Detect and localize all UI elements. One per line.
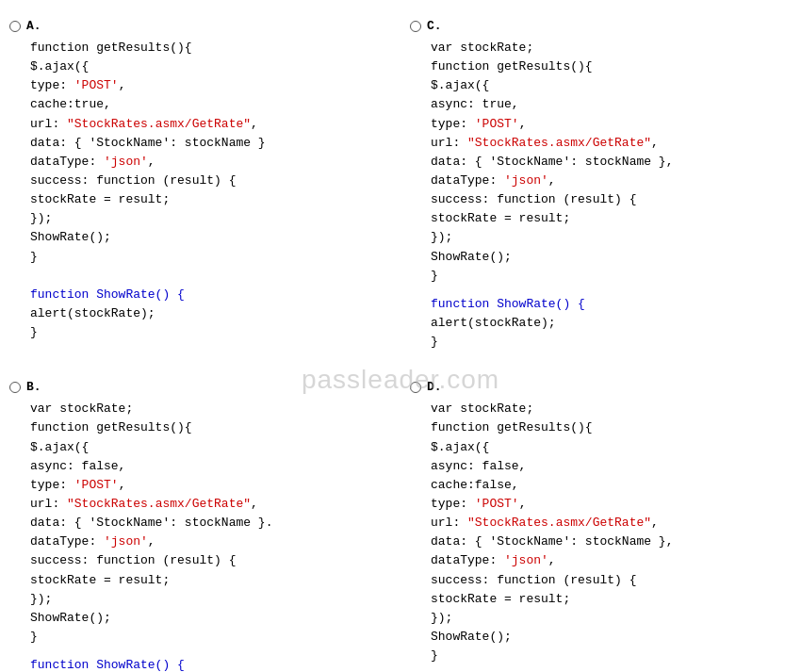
code-line: dataType: 'json', xyxy=(431,551,787,570)
code-line: var stockRate; xyxy=(431,400,787,418)
code-line: type: 'POST', xyxy=(431,495,787,514)
code-line: success: function (result) { xyxy=(431,190,787,209)
code-line: $.ajax({ xyxy=(30,57,386,76)
code-line: stockRate = result; xyxy=(431,209,787,228)
code-line: url: "StockRates.asmx/GetRate", xyxy=(30,495,386,514)
radio-a[interactable] xyxy=(9,21,21,32)
code-line: type: 'POST', xyxy=(30,476,386,495)
code-line: } xyxy=(30,628,386,647)
code-block-b: var stockRate;function getResults(){ $.a… xyxy=(30,400,386,672)
code-line: ShowRate(); xyxy=(431,248,787,267)
code-line: $.ajax({ xyxy=(30,438,386,457)
code-line: dataType: 'json', xyxy=(30,153,386,172)
code-line: function getResults(){ xyxy=(431,57,787,76)
code-line: cache:false, xyxy=(431,476,787,495)
code-line: stockRate = result; xyxy=(30,190,386,209)
code-line: var stockRate; xyxy=(431,39,787,57)
code-line: alert(stockRate); xyxy=(431,314,787,333)
code-line: dataType: 'json', xyxy=(30,533,386,551)
code-line: cache:true, xyxy=(30,95,386,114)
code-block-a: function getResults(){ $.ajax({ type: 'P… xyxy=(30,39,386,342)
code-line: function getResults(){ xyxy=(30,39,386,57)
code-line: ShowRate(); xyxy=(30,228,386,247)
code-line: ShowRate(); xyxy=(30,609,386,628)
code-line: type: 'POST', xyxy=(30,76,386,95)
code-line: stockRate = result; xyxy=(431,590,787,609)
code-block-d: var stockRate;function getResults(){ $.a… xyxy=(431,400,787,672)
code-line: success: function (result) { xyxy=(431,571,787,590)
code-line: alert(stockRate); xyxy=(30,304,386,323)
label-d: D. xyxy=(427,380,442,394)
code-line: async: false, xyxy=(431,457,787,476)
code-line: }); xyxy=(30,209,386,228)
code-line: url: "StockRates.asmx/GetRate", xyxy=(431,514,787,533)
radio-d[interactable] xyxy=(410,382,421,393)
code-line: url: "StockRates.asmx/GetRate", xyxy=(30,115,386,134)
label-a: A. xyxy=(26,19,41,33)
code-line: function getResults(){ xyxy=(431,418,787,437)
code-line: function ShowRate() { xyxy=(30,656,386,672)
code-line: data: { 'StockName': stockName } xyxy=(30,134,386,153)
code-line: async: false, xyxy=(30,457,386,476)
code-line: data: { 'StockName': stockName }, xyxy=(431,153,787,172)
code-line: $.ajax({ xyxy=(431,76,787,95)
code-block-c: var stockRate;function getResults(){ $.a… xyxy=(431,39,787,352)
code-line: } xyxy=(30,323,386,342)
code-line: data: { 'StockName': stockName }. xyxy=(30,514,386,533)
code-line: }); xyxy=(431,609,787,628)
code-line: data: { 'StockName': stockName }, xyxy=(431,533,787,551)
main-container: A. function getResults(){ $.ajax({ type:… xyxy=(0,0,801,672)
code-line: var stockRate; xyxy=(30,400,386,418)
code-line: ShowRate(); xyxy=(431,628,787,647)
radio-c[interactable] xyxy=(410,21,421,32)
option-block-d: D. var stockRate;function getResults(){ … xyxy=(400,370,801,672)
code-line: success: function (result) { xyxy=(30,551,386,570)
code-line: }); xyxy=(431,228,787,247)
code-line: function ShowRate() { xyxy=(30,286,386,304)
code-line: }); xyxy=(30,590,386,609)
label-b: B. xyxy=(26,380,41,394)
code-line: } xyxy=(431,267,787,286)
code-line: } xyxy=(431,647,787,665)
code-line: url: "StockRates.asmx/GetRate", xyxy=(431,134,787,153)
code-line: stockRate = result; xyxy=(30,571,386,590)
option-block-a: A. function getResults(){ $.ajax({ type:… xyxy=(0,9,400,370)
label-c: C. xyxy=(427,19,442,33)
code-line: function getResults(){ xyxy=(30,418,386,437)
option-block-b: B. var stockRate;function getResults(){ … xyxy=(0,370,400,672)
code-line: $.ajax({ xyxy=(431,438,787,457)
radio-b[interactable] xyxy=(9,382,21,393)
code-line: dataType: 'json', xyxy=(431,172,787,190)
code-line: async: true, xyxy=(431,95,787,114)
code-line: type: 'POST', xyxy=(431,115,787,134)
code-line: } xyxy=(431,333,787,352)
code-line: success: function (result) { xyxy=(30,172,386,190)
code-line: function ShowRate() { xyxy=(431,295,787,314)
code-line: } xyxy=(30,248,386,267)
option-block-c: C. var stockRate;function getResults(){ … xyxy=(400,9,801,370)
